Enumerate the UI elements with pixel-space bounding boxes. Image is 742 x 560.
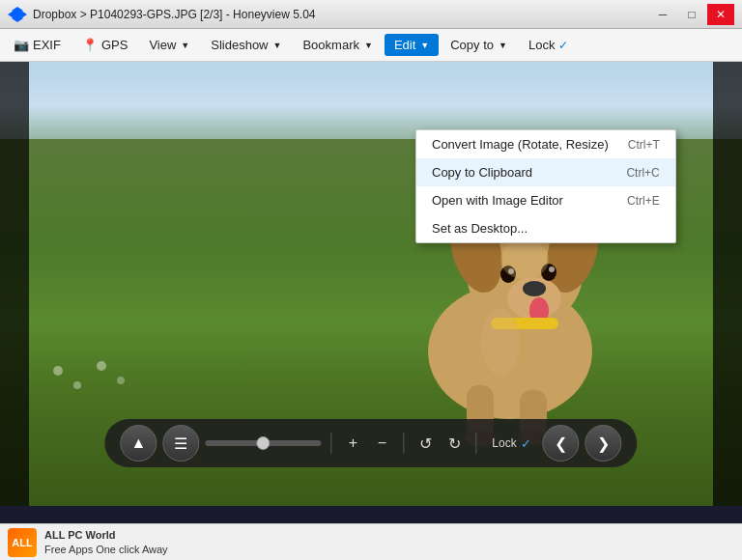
logo-text: ALL bbox=[12, 537, 32, 548]
title-text: Dropbox > P1040293-GPS.JPG [2/3] - Honey… bbox=[33, 8, 316, 21]
svg-point-23 bbox=[73, 381, 81, 389]
close-button[interactable]: ✕ bbox=[707, 4, 734, 25]
title-controls: ─ □ ✕ bbox=[649, 4, 734, 25]
menu-bookmark[interactable]: Bookmark ▼ bbox=[293, 34, 382, 56]
convert-image-label: Convert Image (Rotate, Resize) bbox=[432, 137, 609, 152]
maximize-button[interactable]: □ bbox=[678, 4, 705, 25]
status-line2: Free Apps One click Away bbox=[44, 543, 168, 556]
edit-dropdown-menu: Convert Image (Rotate, Resize) Ctrl+T Co… bbox=[415, 129, 676, 243]
menu-exif[interactable]: 📷 EXIF bbox=[4, 34, 71, 56]
exif-label: EXIF bbox=[33, 38, 61, 52]
left-border bbox=[0, 62, 29, 506]
zoom-slider-container bbox=[205, 440, 321, 446]
svg-point-9 bbox=[523, 281, 546, 296]
lock-label: Lock bbox=[528, 38, 555, 52]
grass-details bbox=[39, 342, 135, 400]
copy-clipboard-shortcut: Ctrl+C bbox=[626, 166, 659, 180]
image-area: Convert Image (Rotate, Resize) Ctrl+T Co… bbox=[0, 62, 742, 506]
lock-check-icon: ✓ bbox=[558, 39, 568, 52]
svg-point-25 bbox=[117, 377, 125, 384]
lock-text: Lock bbox=[492, 436, 516, 450]
zoom-in-button[interactable]: + bbox=[341, 430, 364, 457]
view-arrow: ▼ bbox=[181, 41, 189, 50]
slideshow-arrow: ▼ bbox=[273, 41, 282, 50]
separator-1 bbox=[330, 433, 331, 454]
svg-point-22 bbox=[53, 366, 63, 376]
next-icon: ❯ bbox=[597, 434, 610, 453]
rotate-left-button[interactable]: ↺ bbox=[414, 430, 437, 457]
right-border bbox=[713, 62, 742, 506]
copy-clipboard-item[interactable]: Copy to Clipboard Ctrl+C bbox=[416, 158, 675, 186]
open-editor-label: Open with Image Editor bbox=[432, 193, 563, 208]
svg-point-20 bbox=[481, 308, 520, 376]
next-image-button[interactable]: ❯ bbox=[585, 425, 622, 462]
title-bar-left: Dropbox > P1040293-GPS.JPG [2/3] - Honey… bbox=[8, 5, 316, 24]
zoom-out-button[interactable]: − bbox=[370, 430, 393, 457]
menu-bar: 📷 EXIF 📍 GPS View ▼ Slideshow ▼ Bookmark… bbox=[0, 29, 742, 62]
zoom-slider[interactable] bbox=[205, 440, 321, 446]
status-info: ALL PC World Free Apps One click Away bbox=[44, 528, 168, 556]
gps-icon: 📍 bbox=[82, 38, 98, 52]
hamburger-icon: ☰ bbox=[174, 434, 187, 453]
status-line1: ALL PC World bbox=[44, 528, 168, 542]
gps-label: GPS bbox=[101, 38, 128, 52]
zoom-slider-thumb bbox=[256, 436, 270, 450]
copyto-arrow: ▼ bbox=[499, 41, 507, 50]
separator-2 bbox=[403, 433, 404, 454]
view-label: View bbox=[149, 38, 176, 52]
menu-gps[interactable]: 📍 GPS bbox=[72, 34, 137, 56]
prev-image-button[interactable]: ❮ bbox=[543, 425, 580, 462]
prev-icon: ❮ bbox=[555, 434, 567, 453]
svg-point-21 bbox=[500, 240, 549, 279]
allpcworld-logo: ALL bbox=[8, 528, 37, 557]
menu-slideshow[interactable]: Slideshow ▼ bbox=[201, 34, 291, 56]
edit-label: Edit bbox=[394, 38, 415, 52]
set-desktop-label: Set as Desktop... bbox=[432, 221, 528, 236]
copyto-label: Copy to bbox=[450, 38, 494, 52]
bottom-toolbar: ▲ ☰ + − ↺ ↻ Lock ✓ ❮ ❯ bbox=[104, 419, 637, 467]
convert-image-shortcut: Ctrl+T bbox=[628, 138, 660, 152]
menu-view[interactable]: View ▼ bbox=[139, 34, 199, 56]
separator-3 bbox=[475, 433, 476, 454]
open-editor-shortcut: Ctrl+E bbox=[627, 194, 660, 208]
open-editor-item[interactable]: Open with Image Editor Ctrl+E bbox=[416, 186, 675, 214]
svg-point-13 bbox=[549, 266, 555, 272]
bookmark-label: Bookmark bbox=[302, 38, 359, 52]
status-bar: ALL ALL PC World Free Apps One click Awa… bbox=[0, 523, 742, 560]
bookmark-arrow: ▼ bbox=[364, 41, 373, 50]
rotate-right-button[interactable]: ↻ bbox=[442, 430, 466, 457]
copy-clipboard-label: Copy to Clipboard bbox=[432, 165, 532, 180]
menu-button[interactable]: ☰ bbox=[162, 425, 199, 462]
menu-lock[interactable]: Lock ✓ bbox=[519, 34, 578, 56]
menu-edit[interactable]: Edit ▼ bbox=[385, 34, 439, 56]
convert-image-item[interactable]: Convert Image (Rotate, Resize) Ctrl+T bbox=[416, 130, 675, 158]
lock-check-icon: ✓ bbox=[521, 436, 531, 451]
slideshow-label: Slideshow bbox=[211, 38, 268, 52]
menu-copyto[interactable]: Copy to ▼ bbox=[441, 34, 517, 56]
lock-toggle[interactable]: Lock ✓ bbox=[486, 434, 536, 453]
scroll-up-button[interactable]: ▲ bbox=[120, 425, 157, 462]
app-icon bbox=[8, 5, 27, 24]
edit-arrow: ▼ bbox=[420, 41, 429, 50]
up-arrow-icon: ▲ bbox=[130, 434, 146, 452]
set-desktop-item[interactable]: Set as Desktop... bbox=[416, 214, 675, 242]
minimize-button[interactable]: ─ bbox=[649, 4, 676, 25]
exif-icon: 📷 bbox=[14, 38, 29, 52]
title-bar: Dropbox > P1040293-GPS.JPG [2/3] - Honey… bbox=[0, 0, 742, 29]
svg-point-24 bbox=[97, 361, 106, 371]
